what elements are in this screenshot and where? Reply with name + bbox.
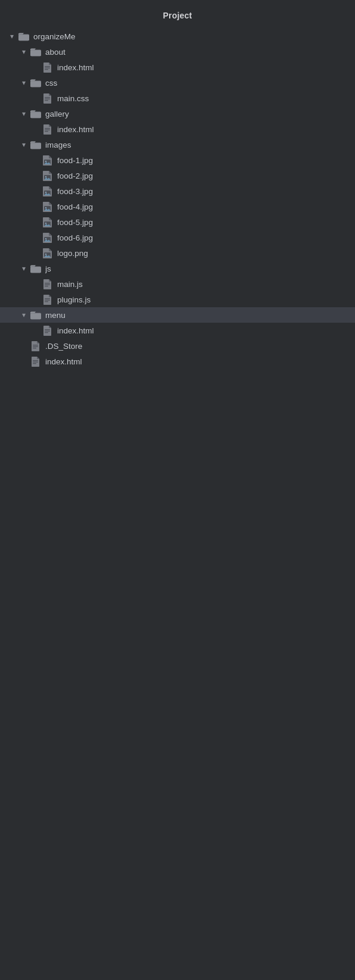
svg-rect-47: [33, 346, 38, 347]
file-icon: [30, 355, 42, 367]
svg-rect-45: [45, 332, 48, 333]
folder-icon: [30, 139, 42, 151]
tree-item-css-main[interactable]: main.css: [0, 90, 355, 106]
svg-point-26: [45, 207, 46, 208]
svg-rect-46: [33, 345, 38, 345]
tree-item-js-main[interactable]: main.js: [0, 276, 355, 292]
file-icon: [42, 61, 54, 73]
item-label-root-index: index.html: [45, 357, 82, 366]
file-icon: [42, 324, 54, 336]
panel: Project organizeMe about index.html css …: [0, 0, 355, 381]
svg-rect-6: [45, 69, 48, 70]
svg-point-24: [45, 191, 46, 192]
svg-rect-38: [45, 298, 50, 299]
item-label-food-6: food-6.jpg: [57, 233, 93, 242]
item-label-food-3: food-3.jpg: [57, 187, 93, 196]
svg-rect-39: [45, 299, 50, 300]
tree-item-organizeMe[interactable]: organizeMe: [0, 29, 355, 44]
tree-item-food-4[interactable]: food-4.jpg: [0, 199, 355, 214]
svg-rect-50: [33, 361, 38, 362]
tree-item-logo[interactable]: logo.png: [0, 245, 355, 261]
item-label-food-5: food-5.jpg: [57, 218, 93, 227]
svg-point-32: [45, 253, 46, 254]
item-label-about: about: [45, 48, 66, 57]
svg-rect-51: [33, 363, 36, 364]
tree-item-js[interactable]: js: [0, 261, 355, 276]
svg-rect-13: [30, 112, 41, 118]
tree-item-menu-index[interactable]: index.html: [0, 323, 355, 338]
svg-rect-15: [45, 129, 50, 130]
item-label-js-main: main.js: [57, 280, 83, 289]
folder-icon: [18, 30, 30, 42]
tree-item-css[interactable]: css: [0, 75, 355, 90]
tree-item-js-plugins[interactable]: plugins.js: [0, 292, 355, 307]
svg-rect-5: [45, 67, 50, 68]
svg-rect-37: [45, 286, 48, 286]
tree-item-ds-store[interactable]: .DS_Store: [0, 338, 355, 354]
file-icon: [42, 92, 54, 104]
svg-rect-43: [45, 329, 50, 330]
folder-icon: [30, 309, 42, 321]
tree-item-about[interactable]: about: [0, 44, 355, 60]
svg-rect-44: [45, 330, 50, 331]
tree-item-food-2[interactable]: food-2.jpg: [0, 168, 355, 183]
item-label-css: css: [45, 79, 57, 88]
item-label-gallery-index: index.html: [57, 125, 94, 134]
chevron-menu[interactable]: [18, 311, 30, 319]
file-tree: organizeMe about index.html css main.css…: [0, 29, 355, 381]
image-file-icon: [42, 232, 54, 244]
tree-item-food-3[interactable]: food-3.jpg: [0, 183, 355, 199]
file-icon: [30, 340, 42, 352]
svg-point-20: [45, 160, 46, 161]
tree-item-gallery[interactable]: gallery: [0, 106, 355, 121]
tree-item-food-5[interactable]: food-5.jpg: [0, 214, 355, 230]
svg-rect-9: [45, 97, 50, 98]
image-file-icon: [42, 170, 54, 182]
tree-item-root-index[interactable]: index.html: [0, 354, 355, 369]
item-label-images: images: [45, 141, 71, 149]
svg-rect-36: [45, 284, 50, 285]
svg-rect-16: [45, 131, 48, 132]
svg-rect-34: [30, 267, 41, 273]
item-label-gallery: gallery: [45, 110, 69, 118]
svg-rect-49: [33, 360, 38, 361]
svg-rect-8: [30, 81, 41, 87]
item-label-food-2: food-2.jpg: [57, 171, 93, 180]
chevron-js[interactable]: [18, 264, 30, 273]
chevron-about[interactable]: [18, 48, 30, 56]
svg-rect-1: [18, 35, 29, 40]
chevron-gallery[interactable]: [18, 110, 30, 118]
tree-item-menu[interactable]: menu: [0, 307, 355, 323]
svg-rect-10: [45, 98, 50, 99]
item-label-logo: logo.png: [57, 249, 88, 258]
folder-icon: [30, 263, 42, 274]
svg-rect-40: [45, 301, 48, 302]
image-file-icon: [42, 154, 54, 166]
item-label-menu: menu: [45, 311, 66, 320]
tree-item-gallery-index[interactable]: index.html: [0, 121, 355, 137]
svg-rect-42: [30, 313, 41, 319]
panel-title: Project: [0, 0, 355, 29]
svg-rect-4: [45, 66, 50, 67]
svg-rect-35: [45, 283, 50, 283]
tree-item-food-6[interactable]: food-6.jpg: [0, 230, 355, 245]
image-file-icon: [42, 201, 54, 213]
chevron-css[interactable]: [18, 79, 30, 87]
tree-item-images[interactable]: images: [0, 137, 355, 152]
svg-point-28: [45, 222, 46, 223]
tree-item-about-index[interactable]: index.html: [0, 60, 355, 75]
item-label-food-1: food-1.jpg: [57, 156, 93, 165]
chevron-images[interactable]: [18, 141, 30, 149]
tree-item-food-1[interactable]: food-1.jpg: [0, 152, 355, 168]
folder-icon: [30, 46, 42, 58]
folder-icon: [30, 77, 42, 89]
item-label-js: js: [45, 264, 51, 273]
item-label-menu-index: index.html: [57, 326, 94, 335]
item-label-organizeMe: organizeMe: [33, 32, 76, 41]
file-icon: [42, 123, 54, 135]
item-label-js-plugins: plugins.js: [57, 295, 91, 304]
item-label-ds-store: .DS_Store: [45, 342, 82, 351]
svg-rect-48: [33, 348, 36, 348]
file-icon: [42, 294, 54, 305]
chevron-organizeMe[interactable]: [6, 32, 18, 40]
